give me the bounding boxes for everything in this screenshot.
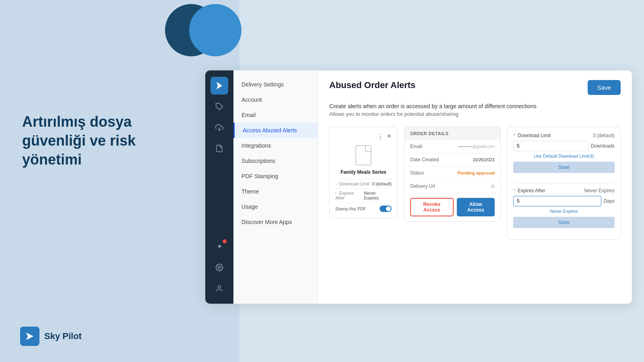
od-email-row: Email ••••••••••@gmail.com [405,140,500,153]
dl-header-row: ˅ Download Limit 3 (default) [513,133,615,138]
dl-save-button-1[interactable]: Save [513,162,615,173]
brand-logo-icon [24,331,35,342]
sidebar-icon-tag[interactable] [211,98,228,115]
pdf-stamping-label: Stamp this PDF [335,206,366,211]
sidebar-icon-file[interactable] [211,140,228,157]
od-actions: Revoke Access Allow Access [405,193,500,221]
nav-access-abused-alerts[interactable]: Access Abused Alerts [233,123,318,138]
downloads-input[interactable] [513,141,588,151]
svg-point-4 [219,267,221,269]
tag-icon [215,103,223,111]
content-subdescription: Allows you to monitor orders for potenti… [329,111,621,117]
dot-menu-icon[interactable]: ⋮ [377,133,384,140]
nav-delivery-settings[interactable]: Delivery Settings [233,77,318,92]
sidebar-icon-inbox[interactable] [211,119,228,136]
od-status-value: Pending approval [458,171,495,175]
dl-save-button-2[interactable]: Save [513,217,615,228]
od-date-label: Date Created [410,157,439,162]
nav-email[interactable]: Email [233,107,318,123]
divider [513,183,615,184]
expires-section: ˅ Expires After Never Expires Days Never… [513,188,615,228]
copy-icon[interactable]: ⧉ [491,183,495,189]
dl-value: 3 (default) [372,181,392,186]
days-unit: Days [604,198,615,204]
order-card-header: ⋮ ✕ [335,133,392,140]
app-container: ✦ Delivery Settings Account Email Access… [205,70,632,304]
expires-card-label: ˅ Expires After [513,188,545,193]
revoke-access-button[interactable]: Revoke Access [410,198,454,216]
never-expires-link[interactable]: Never Expires [513,209,615,214]
expires-card-value: Never Expires [584,188,615,193]
dl-input-row: Downloads [513,141,615,151]
order-details-header: ORDER DETAILS [405,127,500,140]
sidebar-icon-sparkle[interactable]: ✦ [211,238,228,255]
cards-area: ⋮ ✕ Family Meals Series › Download Limit… [329,127,621,240]
order-card: ⋮ ✕ Family Meals Series › Download Limit… [329,127,398,218]
svg-marker-1 [217,82,223,89]
expires-header-row: ˅ Expires After Never Expires [513,188,615,193]
page-title: Abused Order Alerts [329,80,415,90]
notification-badge [223,239,227,243]
sparkle-symbol: ✦ [217,242,223,251]
allow-access-button[interactable]: Allow Access [457,198,495,216]
nav-subscriptions[interactable]: Subscriptions [233,153,318,169]
content-description: Create alerts when an order is accessed … [329,103,621,109]
sidebar: ✦ [205,70,233,304]
brand: Sky Pilot [20,327,82,346]
user-icon [215,284,223,292]
nav-theme[interactable]: Theme [233,184,318,199]
od-date-value: 10/26/2023 [473,157,495,162]
download-limit-row: › Download Limit 3 (default) [335,179,392,186]
sidebar-icon-settings[interactable] [211,259,228,276]
decorative-circles [161,0,242,64]
od-email-label: Email [410,144,422,149]
ea-label: › Expires After [335,191,364,200]
brand-icon [20,327,39,346]
chevron-icon: › [335,182,336,186]
order-details-card: ORDER DETAILS Email ••••••••••@gmail.com… [404,127,501,222]
nav-discover-more-apps[interactable]: Discover More Apps [233,214,318,230]
chevron-dl-icon: ˅ [513,134,515,138]
content-header: Abused Order Alerts Save [329,80,621,95]
od-email-value: ••••••••••@gmail.com [458,144,495,149]
nav-account[interactable]: Account [233,92,318,107]
brand-name: Sky Pilot [44,331,82,341]
svg-point-5 [218,286,221,288]
sidebar-icon-user[interactable] [211,280,228,297]
file-icon-wrap [335,145,392,165]
od-status-label: Status [410,170,424,176]
dl-section: ˅ Download Limit 3 (default) Downloads U… [513,133,615,178]
days-input[interactable] [513,196,601,206]
cursor-icon [215,81,224,90]
expires-after-row: › Expires After Never Expires [335,188,392,200]
chevron-expires-icon: ˅ [513,189,515,193]
dl-card-value: 3 (default) [593,133,615,138]
dl-card-label: ˅ Download Limit [513,133,551,138]
file-icon [215,144,223,152]
pdf-stamping-row: Stamp this PDF [335,203,392,212]
od-url-label: Delivery Url [410,183,435,189]
order-card-title: Family Meals Series [335,169,392,175]
file-thumbnail [355,145,372,165]
chevron-icon2: › [335,191,336,195]
nav-pdf-stamping[interactable]: PDF Stamping [233,169,318,184]
dl-label: › Download Limit [335,181,369,186]
od-date-row: Date Created 10/26/2023 [405,153,500,167]
save-button[interactable]: Save [588,80,621,95]
circle-blue [189,4,242,56]
ea-value: Never Expires [364,191,392,200]
left-nav: Delivery Settings Account Email Access A… [233,70,318,304]
od-status-row: Status Pending approval [405,167,500,180]
nav-integrations[interactable]: Integrations [233,138,318,153]
hero-text: Artırılmış dosya güvenliği ve risk yönet… [22,113,175,169]
sidebar-icon-cursor[interactable] [211,77,228,95]
pdf-stamp-toggle[interactable] [380,206,392,212]
od-url-row: Delivery Url ⧉ [405,180,500,193]
download-limit-card: ˅ Download Limit 3 (default) Downloads U… [507,127,621,240]
main-content: Abused Order Alerts Save Create alerts w… [318,70,632,304]
default-limit-link[interactable]: Use Default Download Limit(3) [513,154,615,158]
inbox-icon [215,123,223,132]
downloads-unit: Downloads [591,143,615,149]
close-icon[interactable]: ✕ [387,133,392,140]
nav-usage[interactable]: Usage [233,199,318,214]
